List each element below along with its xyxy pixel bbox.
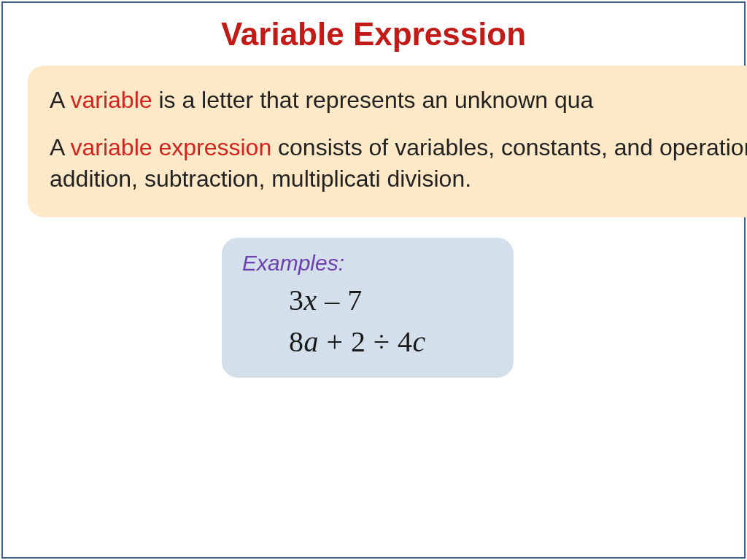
variable-c: c [413,325,426,358]
text: A [50,87,70,113]
text: – 7 [317,284,363,316]
definition-paragraph-1: A variable is a letter that represents a… [50,85,747,116]
coeff: 8 [289,325,304,358]
examples-box: Examples: 3x – 7 8a + 2 ÷ 4c [222,238,514,378]
variable-x: x [304,284,317,316]
text: A [50,134,70,160]
examples-label: Examples: [242,251,493,276]
coeff: 3 [289,284,304,316]
example-expression-1: 3x – 7 [289,283,493,317]
definition-box: A variable is a letter that represents a… [28,66,747,217]
slide-frame: Variable Expression A variable is a lett… [1,1,746,559]
term-variable: variable [70,87,152,113]
definition-paragraph-2: A variable expression consists of variab… [50,132,747,195]
text: + 2 ÷ 4 [319,325,413,358]
term-variable-expression: variable expression [70,134,271,160]
text: is a letter that represents an unknown q… [152,87,594,113]
slide-title: Variable Expression [3,16,744,52]
variable-a: a [304,325,320,358]
example-expression-2: 8a + 2 ÷ 4c [289,324,493,359]
